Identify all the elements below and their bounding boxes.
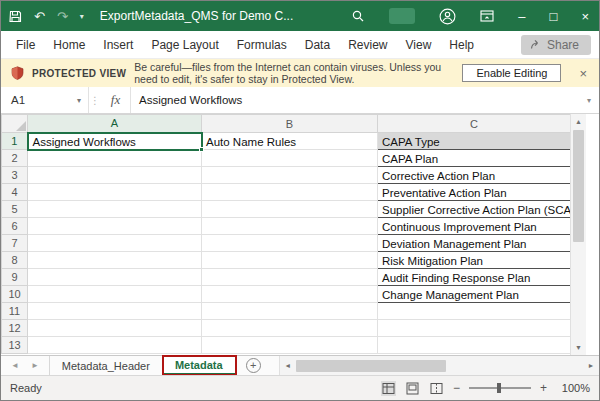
scroll-up-icon[interactable]: ▲ (571, 114, 586, 129)
presence-badge[interactable] (389, 8, 415, 24)
row-header-11[interactable]: 11 (2, 303, 28, 320)
cell-B10[interactable] (202, 286, 378, 303)
vertical-scrollbar-thumb[interactable] (573, 130, 584, 242)
cell-A2[interactable] (28, 150, 202, 167)
zoom-level[interactable]: 100% (556, 382, 590, 394)
name-box-chevron-icon[interactable]: ▾ (77, 96, 88, 105)
zoom-out-button[interactable]: − (453, 381, 460, 395)
cell-C8[interactable]: Risk Mitigation Plan (378, 252, 571, 269)
ribbon-tab-help[interactable]: Help (440, 31, 483, 59)
scroll-down-icon[interactable]: ▼ (571, 340, 586, 355)
account-icon[interactable] (439, 8, 456, 25)
cell-B1[interactable]: Auto Name Rules (202, 133, 378, 150)
cell-B11[interactable] (202, 303, 378, 320)
cell-C10[interactable]: Change Management Plan (378, 286, 571, 303)
cell-A6[interactable] (28, 218, 202, 235)
cell-B12[interactable] (202, 320, 378, 337)
new-sheet-button[interactable]: + (246, 358, 261, 373)
cell-A7[interactable] (28, 235, 202, 252)
cell-C7[interactable]: Deviation Management Plan (378, 235, 571, 252)
cell-C9[interactable]: Audit Finding Response Plan (378, 269, 571, 286)
name-box[interactable]: A1 ▾ (1, 87, 89, 113)
row-header-9[interactable]: 9 (2, 269, 28, 286)
close-button[interactable]: × (581, 10, 589, 23)
cell-B9[interactable] (202, 269, 378, 286)
row-header-3[interactable]: 3 (2, 167, 28, 184)
cell-A13[interactable] (28, 337, 202, 354)
cell-A12[interactable] (28, 320, 202, 337)
redo-icon[interactable]: ↷ (57, 10, 68, 23)
cell-B6[interactable] (202, 218, 378, 235)
page-break-preview-icon[interactable] (429, 381, 444, 396)
cell-A3[interactable] (28, 167, 202, 184)
row-header-8[interactable]: 8 (2, 252, 28, 269)
page-layout-view-icon[interactable] (405, 381, 420, 396)
cell-B4[interactable] (202, 184, 378, 201)
row-header-2[interactable]: 2 (2, 150, 28, 167)
search-icon[interactable] (351, 9, 365, 23)
cell-C4[interactable]: Preventative Action Plan (378, 184, 571, 201)
ribbon-display-options-icon[interactable] (480, 10, 494, 22)
cell-C11[interactable] (378, 303, 571, 320)
cell-C13[interactable] (378, 337, 571, 354)
ribbon-tab-home[interactable]: Home (44, 31, 94, 59)
ribbon-tab-insert[interactable]: Insert (94, 31, 142, 59)
row-header-6[interactable]: 6 (2, 218, 28, 235)
cell-B5[interactable] (202, 201, 378, 218)
cell-C1[interactable]: CAPA Type (378, 133, 571, 150)
vertical-scrollbar-track[interactable] (571, 243, 586, 340)
column-header-b[interactable]: B (202, 115, 378, 133)
save-icon[interactable] (9, 10, 22, 23)
zoom-slider[interactable] (469, 382, 531, 394)
column-header-a[interactable]: A (28, 115, 202, 133)
cell-A10[interactable] (28, 286, 202, 303)
protected-view-close-icon[interactable]: × (579, 66, 587, 81)
row-header-4[interactable]: 4 (2, 184, 28, 201)
sheet-nav-right-icon[interactable]: ► (31, 361, 39, 370)
row-header-7[interactable]: 7 (2, 235, 28, 252)
ribbon-tab-page-layout[interactable]: Page Layout (142, 31, 227, 59)
enable-editing-button[interactable]: Enable Editing (462, 64, 561, 82)
cell-A11[interactable] (28, 303, 202, 320)
ribbon-tab-review[interactable]: Review (339, 31, 396, 59)
horizontal-scrollbar[interactable]: ◄ ► (279, 356, 599, 375)
sheet-tab-metadata[interactable]: Metadata (163, 356, 236, 375)
cell-A4[interactable] (28, 184, 202, 201)
cell-C3[interactable]: Corrective Action Plan (378, 167, 571, 184)
share-button[interactable]: Share (521, 35, 591, 55)
row-header-5[interactable]: 5 (2, 201, 28, 218)
cell-A5[interactable] (28, 201, 202, 218)
hscroll-right-icon[interactable]: ► (583, 362, 599, 369)
sheet-tab-metadata_header[interactable]: Metadata_Header (49, 356, 163, 375)
cell-B3[interactable] (202, 167, 378, 184)
row-header-12[interactable]: 12 (2, 320, 28, 337)
cell-B8[interactable] (202, 252, 378, 269)
zoom-slider-thumb[interactable] (497, 383, 501, 393)
vertical-scrollbar[interactable]: ▲ ▼ (570, 114, 586, 355)
cell-A1[interactable]: Assigned Workflows (28, 133, 202, 150)
cell-B7[interactable] (202, 235, 378, 252)
cell-A8[interactable] (28, 252, 202, 269)
cell-A9[interactable] (28, 269, 202, 286)
hscroll-left-icon[interactable]: ◄ (280, 362, 296, 369)
select-all-corner[interactable] (2, 115, 28, 133)
cell-C6[interactable]: Continuous Improvement Plan (378, 218, 571, 235)
cell-C5[interactable]: Supplier Corrective Action Plan (SCA (378, 201, 571, 218)
insert-function-icon[interactable]: fx (101, 87, 131, 113)
fill-handle[interactable] (199, 147, 204, 152)
ribbon-tab-formulas[interactable]: Formulas (228, 31, 296, 59)
maximize-button[interactable]: □ (550, 10, 558, 23)
ribbon-tab-view[interactable]: View (397, 31, 441, 59)
zoom-in-button[interactable]: + (540, 381, 547, 395)
ribbon-tab-data[interactable]: Data (296, 31, 339, 59)
ribbon-tab-file[interactable]: File (7, 31, 44, 59)
row-header-13[interactable]: 13 (2, 337, 28, 354)
expand-formula-bar-icon[interactable]: ▾ (587, 87, 599, 113)
normal-view-icon[interactable] (381, 381, 396, 396)
customize-qat-chevron-icon[interactable]: ▾ (80, 12, 84, 21)
cell-B2[interactable] (202, 150, 378, 167)
undo-icon[interactable]: ↶ (34, 10, 45, 23)
column-header-c[interactable]: C (378, 115, 571, 133)
row-header-10[interactable]: 10 (2, 286, 28, 303)
cell-C12[interactable] (378, 320, 571, 337)
